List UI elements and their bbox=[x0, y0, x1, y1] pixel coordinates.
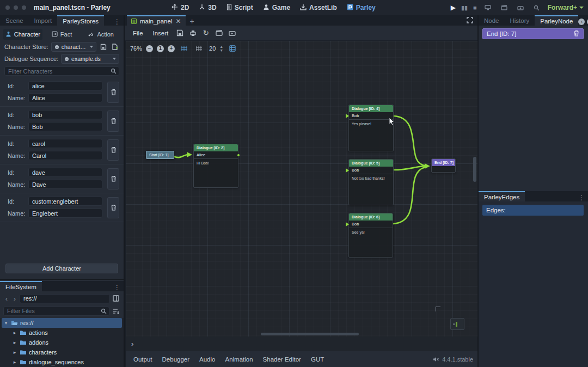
split-mode-icon[interactable] bbox=[112, 294, 120, 303]
sort-files-icon[interactable] bbox=[112, 307, 120, 315]
graph-hscrollbar[interactable] bbox=[261, 333, 359, 335]
bottom-tab-gut[interactable]: GUT bbox=[307, 354, 328, 365]
nav-back-icon[interactable]: ‹ bbox=[3, 295, 10, 303]
tab-parleynode[interactable]: ParleyNode bbox=[535, 15, 578, 26]
edge-5-to-7[interactable] bbox=[394, 166, 425, 170]
tab-main-panel[interactable]: main_panel ✕ bbox=[127, 15, 186, 26]
character-name-field[interactable] bbox=[28, 180, 102, 189]
delete-character-button[interactable] bbox=[107, 139, 119, 161]
character-store-dropdown[interactable]: character_st bbox=[51, 42, 96, 52]
remote-debug-icon[interactable] bbox=[482, 3, 493, 13]
window-controls[interactable] bbox=[5, 5, 26, 10]
caret-down-icon[interactable]: ▾ bbox=[3, 320, 9, 326]
close-tab-icon[interactable]: ✕ bbox=[175, 17, 181, 25]
character-id-field[interactable] bbox=[28, 168, 102, 177]
minimap-toggle-icon[interactable] bbox=[227, 44, 238, 53]
new-store-icon[interactable] bbox=[111, 42, 119, 51]
dialogue-node-5[interactable]: Dialogue [ID: 5]BobNot too bad thanks! bbox=[348, 159, 394, 205]
profiler-icon[interactable] bbox=[531, 3, 542, 13]
filesystem-path-input[interactable] bbox=[20, 294, 110, 303]
tab-scene[interactable]: Scene bbox=[0, 15, 29, 26]
character-name-field[interactable] bbox=[28, 122, 102, 131]
end-node-7[interactable]: End [ID: 7] bbox=[431, 158, 456, 173]
run-test-from-node-icon[interactable] bbox=[226, 28, 237, 38]
zoom-in-button[interactable]: + bbox=[168, 45, 175, 52]
dialogue-node-6[interactable]: Dialogue [ID: 6]BobSee ya! bbox=[348, 213, 393, 258]
input-port-icon[interactable] bbox=[346, 168, 349, 173]
tab-node[interactable]: Node bbox=[479, 15, 505, 26]
pause-button[interactable]: ▮▮ bbox=[461, 4, 468, 11]
movie-maker-icon[interactable] bbox=[499, 3, 510, 13]
history-back-icon[interactable]: ‹ bbox=[578, 19, 585, 25]
character-id-field[interactable] bbox=[28, 139, 102, 148]
save-store-icon[interactable] bbox=[99, 42, 108, 51]
edge-4-to-7[interactable] bbox=[394, 116, 425, 166]
selected-node-header[interactable]: End [ID: 7] bbox=[482, 28, 584, 39]
screen-game[interactable]: Game bbox=[263, 4, 290, 12]
tab-parley-edges[interactable]: ParleyEdges bbox=[479, 191, 525, 201]
new-tab-icon[interactable]: + bbox=[190, 17, 194, 26]
screen-2d[interactable]: 2D bbox=[171, 4, 189, 12]
screen-parley[interactable]: Parley bbox=[347, 4, 376, 12]
tree-item-actions[interactable]: ▸actions bbox=[0, 328, 124, 338]
store-tab-character[interactable]: Character bbox=[3, 29, 42, 40]
bottom-panel-expander[interactable]: › bbox=[126, 337, 477, 351]
store-tab-action[interactable]: Action bbox=[81, 29, 120, 40]
bottom-tab-animation[interactable]: Animation bbox=[220, 354, 257, 365]
tree-item-dialogue_sequences[interactable]: ▸dialogue_sequences bbox=[0, 357, 124, 367]
edge-6-to-7[interactable] bbox=[393, 167, 425, 224]
edges-section-header[interactable]: Edges: bbox=[482, 205, 584, 216]
audio-mute-icon[interactable] bbox=[433, 357, 439, 362]
grid-toggle-icon[interactable] bbox=[193, 44, 204, 53]
add-character-button[interactable]: Add Character bbox=[5, 264, 118, 273]
movie-writer-icon[interactable] bbox=[515, 3, 526, 13]
tab-filesystem[interactable]: FileSystem bbox=[0, 281, 42, 291]
dialogue-sequence-dropdown[interactable]: example.ds bbox=[61, 54, 119, 64]
menu-insert[interactable]: Insert bbox=[149, 28, 173, 38]
panel-menu-icon[interactable]: ⋮ bbox=[111, 284, 124, 291]
caret-right-icon[interactable]: ▸ bbox=[12, 340, 17, 345]
tab-history[interactable]: History bbox=[505, 15, 535, 26]
delete-character-button[interactable] bbox=[107, 197, 119, 218]
print-icon[interactable] bbox=[187, 28, 198, 38]
panel-menu-icon[interactable]: ⋮ bbox=[111, 18, 124, 26]
filter-characters-input[interactable] bbox=[5, 68, 109, 75]
distraction-free-icon[interactable] bbox=[467, 16, 473, 26]
edge-1-to-2[interactable] bbox=[175, 155, 188, 157]
caret-right-icon[interactable]: ▸ bbox=[12, 350, 17, 355]
input-port-icon[interactable] bbox=[346, 114, 349, 118]
tab-import[interactable]: Import bbox=[29, 15, 58, 26]
graph-minimap[interactable] bbox=[450, 318, 464, 330]
tree-item-addons[interactable]: ▸addons bbox=[0, 338, 124, 347]
run-test-icon[interactable] bbox=[213, 28, 224, 38]
delete-node-icon[interactable] bbox=[573, 30, 579, 38]
panel-menu-icon[interactable]: ⋮ bbox=[575, 194, 588, 201]
stop-button[interactable]: ■ bbox=[473, 4, 477, 11]
bottom-tab-debugger[interactable]: Debugger bbox=[158, 354, 194, 365]
menu-file[interactable]: File bbox=[129, 28, 147, 38]
bottom-tab-output[interactable]: Output bbox=[129, 354, 157, 365]
input-port-icon[interactable] bbox=[346, 222, 349, 227]
filter-files-input[interactable] bbox=[4, 308, 99, 314]
zoom-reset-button[interactable]: 1 bbox=[157, 45, 164, 52]
nav-forward-icon[interactable]: › bbox=[11, 295, 18, 303]
window-zoom-icon[interactable] bbox=[22, 5, 26, 10]
play-button[interactable]: ▶ bbox=[451, 4, 456, 11]
tab-parleystores[interactable]: ParleyStores bbox=[57, 15, 104, 26]
delete-character-button[interactable] bbox=[107, 168, 119, 189]
caret-right-icon[interactable]: ▸ bbox=[12, 359, 17, 365]
character-name-field[interactable] bbox=[28, 209, 102, 218]
snap-distance-value[interactable]: 20 bbox=[209, 45, 216, 52]
caret-right-icon[interactable]: ▸ bbox=[12, 330, 17, 335]
bottom-tab-shader-editor[interactable]: Shader Editor bbox=[259, 354, 305, 365]
dialogue-graph-canvas[interactable]: 76% − 1 + 20 ▲▼ Start [ID: 1]Dialogue [I… bbox=[126, 41, 477, 337]
character-name-field[interactable] bbox=[28, 93, 102, 102]
screen-assetlib[interactable]: AssetLib bbox=[300, 4, 337, 12]
bottom-tab-audio[interactable]: Audio bbox=[195, 354, 219, 365]
graph-vscrollbar[interactable] bbox=[473, 157, 476, 182]
store-tab-fact[interactable]: Fact bbox=[42, 29, 82, 40]
screen-script[interactable]: Script bbox=[226, 4, 253, 12]
tree-item-characters[interactable]: ▸characters bbox=[0, 347, 124, 357]
delete-character-button[interactable] bbox=[107, 111, 119, 132]
window-close-icon[interactable] bbox=[5, 5, 10, 10]
